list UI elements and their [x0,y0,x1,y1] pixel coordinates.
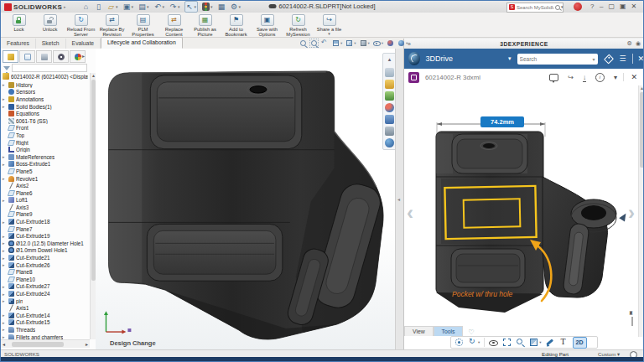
quick-access-button[interactable] [169,2,181,12]
expander-icon[interactable] [3,96,8,101]
side-toolbar-button[interactable] [385,114,395,124]
tree-item[interactable]: Plane6 [1,189,89,197]
tree-item[interactable]: Axis1 [1,304,89,312]
panel-search[interactable]: ▾ [517,54,598,65]
viewer-tool-button[interactable] [484,338,498,347]
quick-access-button[interactable] [217,2,226,12]
dimension-badge[interactable]: 74.2mm [480,116,524,127]
quick-access-button[interactable] [153,2,166,12]
expander-icon[interactable] [3,82,8,87]
tree-item[interactable]: 6061-T6 (SS) [1,117,89,125]
command-tab[interactable]: Features [1,39,36,49]
tree-item[interactable]: Solid Bodies(1) [1,103,89,111]
search-mysolidworks[interactable]: S [506,3,564,13]
dropdown-caret-icon[interactable] [210,4,213,9]
dropdown-caret-icon[interactable] [368,41,370,45]
tree-item[interactable]: Cut-Extrude19 [1,232,89,240]
tree-item[interactable]: Cut-Extrude24 [1,290,89,297]
expander-icon[interactable] [3,104,8,109]
dropdown-caret-icon[interactable] [163,4,165,9]
side-toolbar-button[interactable] [385,67,395,77]
expander-icon[interactable] [3,298,8,303]
side-toolbar-button[interactable] [385,137,395,147]
dropdown-caret-icon[interactable] [354,41,356,45]
scroll-thumb[interactable] [640,92,644,168]
tree-item[interactable]: MateReferences [1,153,89,161]
quick-access-button[interactable] [138,2,150,12]
tree-item[interactable]: Axis3 [1,204,89,211]
3dxml-viewer[interactable]: z y 74.2mm Pocket w/ thru hole ‹ › [404,85,644,326]
dropdown-caret-icon[interactable] [406,41,408,45]
help-button[interactable]: ? [590,3,594,10]
panel-tab[interactable] [3,50,18,63]
3dcompass-icon[interactable] [408,52,420,65]
tree-item[interactable]: Sensors [1,89,89,96]
expander-icon[interactable] [3,292,8,297]
heads-up-button[interactable] [310,39,318,47]
viewer-tool-button[interactable] [454,338,464,347]
app-selector-caret-icon[interactable]: ▾ [508,55,512,62]
heads-up-button[interactable] [373,39,383,47]
expander-icon[interactable] [3,320,8,325]
dropdown-caret-icon[interactable] [132,4,134,9]
tree-item[interactable]: Annotations [1,96,89,103]
units-selector[interactable]: Custom ▾ [598,351,620,357]
heart-icon[interactable] [468,328,474,336]
restore-icon[interactable] [608,2,615,12]
tree-horizontal-scrollbar[interactable]: ◂ ▸ [1,339,90,348]
side-toolbar-button[interactable] [385,55,395,65]
viewer-tool-button[interactable] [559,338,569,347]
viewer-tab[interactable]: Tools [434,326,464,336]
dropdown-caret-icon[interactable] [116,4,118,9]
menu-icon[interactable]: ☰ [620,54,626,63]
tree-item[interactable]: Origin [1,146,89,153]
previous-slide-icon[interactable]: ‹ [407,201,413,225]
tree-item[interactable]: History [1,81,89,89]
viewer-tool-button[interactable] [502,338,512,347]
tree-item[interactable]: Cut-Extrude27 [1,283,89,291]
dropdown-caret-icon[interactable] [328,33,330,36]
command-tab[interactable]: Evaluate [66,39,101,49]
tree-item[interactable]: Threads [1,326,89,334]
expander-icon[interactable] [3,154,8,159]
tree-item[interactable]: Ø1.0mm Dowel Hole1 [1,247,89,255]
expand-chevrons-icon[interactable]: » [408,41,411,47]
heads-up-button[interactable] [332,39,342,47]
heads-up-button[interactable] [360,39,370,47]
panel-tabs-more-icon[interactable]: ▸ [82,53,85,59]
dropdown-caret-icon[interactable] [340,41,342,45]
command-tab[interactable]: Sketch [36,39,66,49]
tree-item[interactable]: Cut-Extrude26 [1,261,89,269]
tree-item[interactable]: Ø12.0 (12.5) Diameter Hole1 [1,240,89,247]
tree-item[interactable]: Top [1,132,89,139]
panel-close-icon[interactable]: ✕ [637,54,644,63]
quick-access-button[interactable] [94,2,103,12]
quick-access-button[interactable] [184,1,199,13]
search-caret-icon[interactable]: ▾ [561,4,564,9]
tag-icon[interactable] [604,54,614,64]
dropdown-caret-icon[interactable] [147,4,149,9]
expander-icon[interactable] [3,220,8,225]
dropdown-caret-icon[interactable] [382,41,383,45]
quick-access-button[interactable] [106,2,119,12]
share-arrow-icon[interactable] [568,74,574,81]
search-input[interactable] [517,5,553,10]
splitter-collapse-icon[interactable]: ◂ [397,196,400,202]
next-slide-icon[interactable]: › [628,201,635,225]
gear-icon[interactable] [627,40,632,47]
logo-caret-icon[interactable]: ▸ [64,4,66,9]
search-caret-icon[interactable]: ▾ [593,56,595,62]
quick-access-button[interactable] [230,2,242,12]
dropdown-caret-icon[interactable] [539,340,541,344]
app-selector[interactable]: 3DDrive [426,54,454,63]
dropdown-caret-icon[interactable] [195,4,197,9]
expander-icon[interactable] [3,313,8,318]
download-icon[interactable] [583,74,586,81]
expander-icon[interactable] [3,327,8,332]
document-close-icon[interactable]: ✕ [623,73,637,81]
tree-item[interactable]: Fillets and chamfers [1,334,89,339]
tree-item[interactable]: Right [1,139,89,147]
dropdown-caret-icon[interactable] [178,4,180,9]
viewer-tool-button[interactable] [468,338,480,347]
panel-tab[interactable] [19,50,35,63]
